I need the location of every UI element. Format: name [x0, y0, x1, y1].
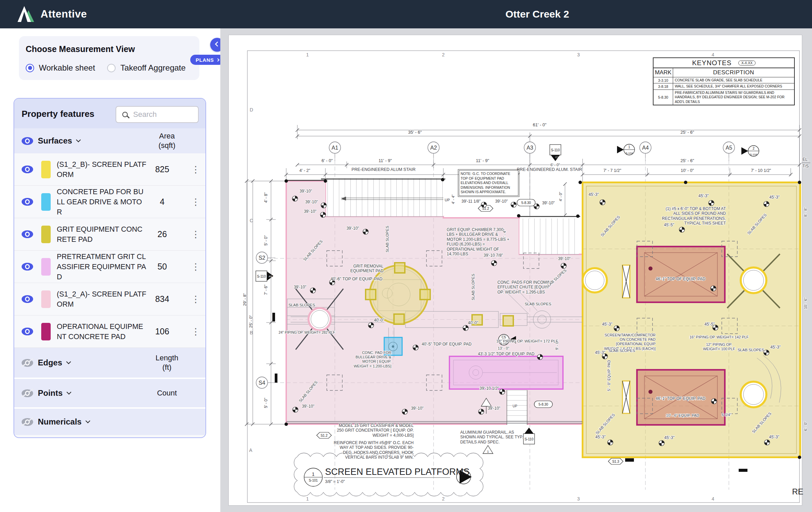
color-swatch[interactable] [41, 226, 51, 243]
svg-text:2: 2 [753, 147, 755, 150]
chevron-down-icon [85, 418, 90, 423]
stair-mid [518, 216, 580, 254]
radio-label[interactable]: Workable sheet [39, 63, 95, 73]
brand[interactable]: Attentive [18, 6, 87, 23]
plan-label: 7' - 10 1/2" [751, 168, 771, 173]
keynote-row: 5-8.30PRE-FABRICATED ALUMINUM STAIRS W/ … [654, 90, 794, 105]
property-panel-header: Property features [14, 99, 205, 128]
chevron-down-icon [67, 390, 71, 394]
feature-row[interactable]: (S1_2_A)- SCREEN PLATFORM834⋮ [14, 283, 205, 315]
feature-row[interactable]: OPERATIONAL EQUIPMENT CONCRETE PAD106⋮ [14, 315, 205, 348]
chevron-down-icon [66, 359, 71, 364]
radio-unselected[interactable] [107, 64, 116, 72]
plan-label: 40'-0" [374, 318, 385, 323]
measurement-view-options: Workable sheetTakeoff Aggregate [26, 63, 193, 73]
visibility-off-icon[interactable] [22, 389, 33, 397]
plan-label: 13' - 0" [498, 346, 509, 350]
plan-label: 3/8" = 1'-0" [325, 479, 345, 484]
plan-label: 45'-3" [595, 350, 606, 355]
plan-label: 25' - 6" [681, 130, 694, 135]
plan-label: 12" PIPING OP.WEIGHT= 100 PLF [703, 342, 735, 351]
keynotes-col-description: DESCRIPTION [673, 68, 794, 77]
plan-label: SLAB SLOPES [738, 348, 764, 352]
search-box[interactable] [116, 106, 199, 123]
svg-text:4: 4 [712, 52, 714, 57]
attentive-logo-icon [18, 6, 34, 23]
property-panel-title: Property features [22, 109, 94, 119]
visibility-on-icon[interactable] [22, 165, 33, 173]
color-swatch[interactable] [41, 258, 51, 276]
visibility-on-icon[interactable] [22, 328, 33, 335]
plan-label: 6' - 0" [804, 421, 808, 431]
plan-label: 45'-3" [698, 194, 709, 198]
plan-label: 39'-10" [346, 226, 359, 231]
row-menu-button[interactable]: ⋮ [191, 164, 201, 175]
plan-label: 10' - 6" EQUIP. PAD [666, 413, 699, 417]
visibility-on-icon[interactable] [22, 263, 33, 271]
row-menu-button[interactable]: ⋮ [191, 326, 201, 337]
plan-label: 10' - 6" [804, 298, 808, 309]
row-menu-button[interactable]: ⋮ [191, 294, 201, 305]
stair-top [321, 178, 445, 216]
visibility-on-icon[interactable] [22, 137, 33, 145]
section-surfaces[interactable]: Surfaces Area (sqft) [14, 128, 205, 153]
visibility-off-icon[interactable] [22, 359, 33, 367]
plans-button[interactable]: PLANS [190, 55, 224, 65]
section-label: Edges [38, 358, 62, 367]
plan-label: 40'-6" TOP OF EQUIP. PAD [330, 277, 383, 281]
section-edges[interactable]: Edges Length (ft) [14, 348, 205, 378]
plan-viewer-canvas[interactable]: S-110A5S-110C1S-1101S-1042S-104C5S-1021S… [220, 28, 812, 512]
svg-text:A3: A3 [526, 145, 533, 151]
feature-row[interactable]: CONCRETE PAD FOR BULL GEAR DRIVE & MOTOR… [14, 186, 205, 218]
plan-label: EL. [803, 157, 809, 162]
row-menu-button[interactable]: ⋮ [191, 197, 201, 207]
visibility-on-icon[interactable] [22, 230, 33, 238]
measurement-view-title: Choose Measurement View [26, 44, 135, 54]
svg-text:3: 3 [577, 52, 580, 57]
plans-button-label: PLANS [196, 57, 214, 63]
visibility-off-icon[interactable] [22, 418, 33, 426]
pretreatment-pad-region[interactable] [449, 356, 563, 389]
plan-label: T/S [803, 164, 809, 169]
keynote-row: 3-3.10CONCRETE SLAB ON GRADE, SEE SLAB S… [654, 77, 794, 83]
measurement-view-card: Choose Measurement View Workable sheetTa… [19, 36, 199, 80]
plan-label: 4' - 8" [264, 193, 268, 203]
plan-label: 25' - 6" [681, 158, 694, 163]
keynotes-col-mark: MARK [654, 68, 673, 77]
svg-text:4: 4 [712, 496, 714, 502]
svg-text:1: 1 [312, 471, 315, 477]
feature-row[interactable]: GRIT EQUIPMENT CONCRETE PAD26⋮ [14, 218, 205, 251]
radio-selected[interactable] [26, 64, 34, 72]
feature-row[interactable]: PRETREATMENT GRIT CLASSIFIER EQUIPMENT P… [14, 251, 205, 283]
row-menu-button[interactable]: ⋮ [191, 229, 201, 240]
row-menu-button[interactable]: ⋮ [191, 261, 201, 272]
section-points[interactable]: Points Count [14, 379, 205, 407]
feature-name: PRETREATMENT GRIT CLASSIFIER EQUIPMENT P… [57, 252, 147, 282]
section-numericals[interactable]: Numericals [14, 409, 205, 435]
svg-text:A: A [249, 447, 252, 453]
color-swatch[interactable] [41, 193, 51, 211]
svg-text:1: 1 [628, 145, 630, 149]
svg-text:C5: C5 [502, 335, 506, 339]
top-navigation-bar: Attentive Otter Creek 2 [0, 0, 812, 28]
svg-text:1: 1 [306, 496, 309, 502]
plan-label: 46'-1" TOP OF EQUIP. PAD [656, 396, 706, 401]
plan-label: 7' - 6" [264, 285, 268, 295]
color-swatch[interactable] [41, 161, 51, 178]
svg-text:S-104: S-104 [750, 153, 757, 156]
feature-value: 834 [145, 294, 179, 304]
search-input[interactable] [133, 110, 187, 119]
plan-label: MODEL 15 GRIT CLASSIFIER & MODEL250 GRIT… [337, 423, 414, 438]
plan-label: 39'-10" [304, 209, 316, 214]
visibility-on-icon[interactable] [22, 295, 33, 303]
feature-value: 825 [145, 164, 179, 174]
visibility-on-icon[interactable] [22, 198, 33, 206]
coordination-note: NOTE: G.C. TO COORDINATE TOP OF EQUIPMEN… [459, 170, 518, 196]
color-swatch[interactable] [41, 290, 51, 308]
plan-label: 5' - 0" EQUIP. PAD [607, 360, 611, 391]
color-swatch[interactable] [41, 323, 51, 340]
plan-label: 39'-10" [302, 404, 314, 409]
feature-row[interactable]: (S1_2_B)- SCREEN PLATFORM825⋮ [14, 153, 205, 186]
plan-label: 4' - 4" [451, 195, 455, 204]
radio-label[interactable]: Takeoff Aggregate [120, 63, 186, 73]
